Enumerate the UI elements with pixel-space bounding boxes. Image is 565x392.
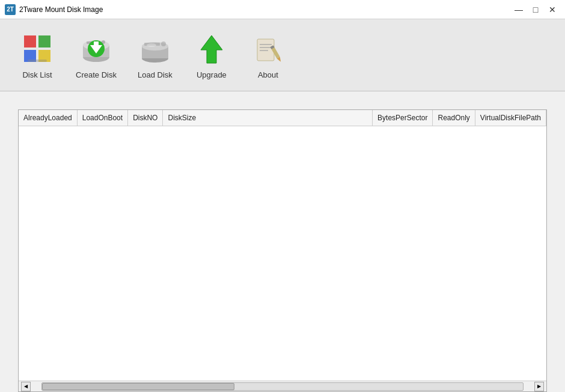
titlebar: 2T 2Tware Mount Disk Image — □ ✕	[0, 0, 565, 19]
svg-rect-0	[24, 35, 36, 47]
load-disk-icon	[137, 31, 173, 67]
col-disk-size: DiskSize	[163, 110, 373, 126]
col-read-only: ReadOnly	[433, 110, 475, 126]
create-disk-icon	[78, 31, 114, 67]
svg-rect-23	[260, 50, 268, 51]
app-icon: 2T	[5, 4, 16, 15]
scroll-right-arrow[interactable]: ▶	[534, 382, 544, 391]
about-label: About	[258, 70, 278, 79]
toolbar-disk-list[interactable]: Disk List	[12, 27, 63, 83]
svg-point-17	[161, 41, 166, 46]
col-already-loaded: AlreadyLoaded	[19, 110, 78, 126]
col-load-on-boot: LoadOnBoot	[78, 110, 128, 126]
window-controls: — □ ✕	[511, 4, 560, 16]
scroll-left-arrow[interactable]: ◀	[21, 382, 31, 391]
horizontal-scrollbar: ◀ ▶	[19, 381, 546, 391]
toolbar-upgrade[interactable]: Upgrade	[186, 27, 237, 83]
upgrade-label: Upgrade	[197, 70, 227, 79]
svg-marker-19	[201, 35, 222, 63]
disk-table: AlreadyLoaded LoadOnBoot DiskNO DiskSize…	[18, 109, 547, 392]
upgrade-icon	[194, 31, 230, 67]
toolbar-load-disk[interactable]: Load Disk	[130, 27, 180, 83]
main-content: AlreadyLoaded LoadOnBoot DiskNO DiskSize…	[0, 91, 565, 392]
close-button[interactable]: ✕	[545, 4, 560, 16]
disk-list-icon	[19, 31, 55, 67]
maximize-button[interactable]: □	[528, 4, 543, 16]
svg-rect-12	[94, 41, 99, 47]
window-title: 2Tware Mount Disk Image	[19, 5, 511, 14]
col-virtual-disk-path: VirtualDiskFilePath	[475, 110, 546, 126]
svg-rect-21	[260, 44, 272, 45]
svg-rect-4	[28, 60, 47, 62]
col-disk-no: DiskNO	[128, 110, 163, 126]
about-icon	[250, 31, 286, 67]
scroll-thumb[interactable]	[42, 383, 234, 390]
svg-rect-22	[260, 47, 272, 48]
table-header: AlreadyLoaded LoadOnBoot DiskNO DiskSize…	[19, 110, 546, 126]
col-bytes-per-sector: BytesPerSector	[373, 110, 433, 126]
table-body	[19, 126, 546, 381]
svg-point-18	[147, 43, 156, 47]
toolbar-about[interactable]: About	[243, 27, 293, 83]
toolbar-create-disk[interactable]: Create Disk	[69, 27, 124, 83]
scroll-track[interactable]	[41, 382, 524, 391]
toolbar: Disk List Create Disk	[0, 19, 565, 91]
svg-rect-1	[38, 35, 50, 47]
create-disk-label: Create Disk	[76, 70, 117, 79]
minimize-button[interactable]: —	[511, 4, 527, 16]
load-disk-label: Load Disk	[138, 70, 173, 79]
disk-list-label: Disk List	[22, 70, 52, 79]
